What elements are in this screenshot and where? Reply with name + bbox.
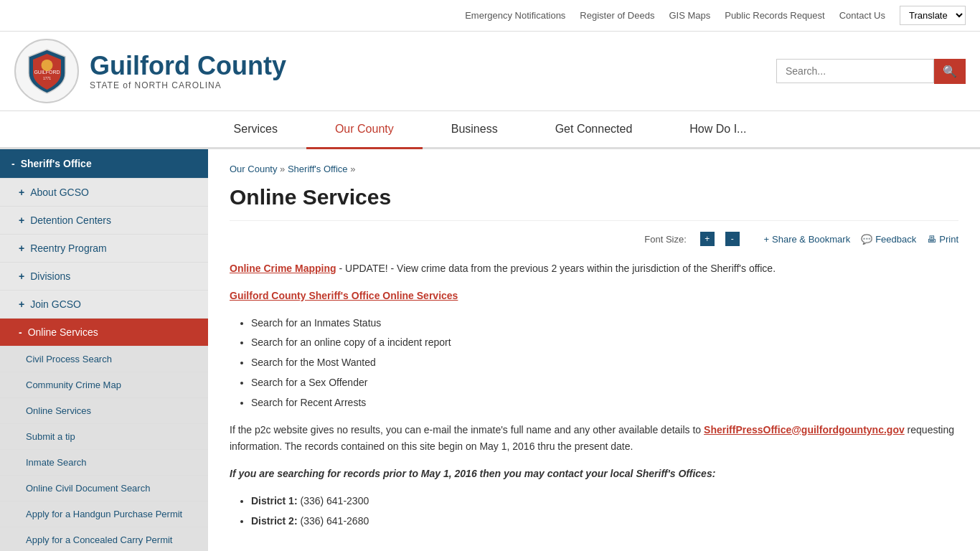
- sidebar-label-submit-tip: Submit a tip: [26, 431, 75, 442]
- utility-link-gis[interactable]: GIS Maps: [669, 10, 710, 21]
- sidebar-label-crime-map: Community Crime Map: [26, 380, 121, 390]
- feedback-link[interactable]: 💬 Feedback: [861, 234, 916, 245]
- breadcrumb: Our County » Sheriff's Office »: [230, 164, 958, 174]
- para2-text: If the p2c website gives no results, you…: [230, 424, 704, 435]
- sidebar-link-crime-map[interactable]: Community Crime Map: [0, 372, 208, 397]
- share-icon: +: [763, 234, 769, 245]
- sidebar-label-sheriffs-office: Sheriff's Office: [21, 158, 92, 169]
- list-item: Search for an online copy of a incident …: [251, 334, 958, 352]
- nav-services[interactable]: Services: [205, 111, 306, 147]
- sidebar-link-civil-doc[interactable]: Online Civil Document Search: [0, 476, 208, 501]
- toolbar: Font Size: + - + Share & Bookmark 💬 Feed…: [230, 232, 958, 246]
- page-layout: - Sheriff's Office + About GCSO + Detent…: [0, 149, 980, 551]
- district-2-label: District 2:: [251, 515, 298, 527]
- sidebar-link-civil-process[interactable]: Civil Process Search: [0, 347, 208, 372]
- list-item: Search for Recent Arrests: [251, 395, 958, 412]
- utility-link-contact[interactable]: Contact Us: [839, 10, 885, 21]
- font-size-label: Font Size:: [644, 234, 687, 245]
- logo-area: GUILFORD 1771 Guilford County STATE of N…: [14, 39, 776, 103]
- sidebar-subsub-civil: Civil Process Search: [0, 347, 208, 372]
- sidebar-link-concealed[interactable]: Apply for a Concealed Carry Permit: [0, 527, 208, 551]
- nav-how-do-i[interactable]: How Do I...: [661, 111, 775, 147]
- feedback-label: Feedback: [875, 234, 916, 245]
- utility-link-deeds[interactable]: Register of Deeds: [580, 10, 654, 21]
- svg-text:1771: 1771: [42, 76, 50, 80]
- sidebar-label-detention: Detention Centers: [30, 215, 111, 226]
- sidebar-subsub-concealed: Apply for a Concealed Carry Permit: [0, 527, 208, 551]
- sidebar-sub-item-about: + About GCSO: [0, 179, 208, 207]
- sidebar-link-reentry[interactable]: + Reentry Program: [0, 235, 208, 262]
- sidebar-label-handgun: Apply for a Handgun Purchase Permit: [26, 509, 182, 519]
- translate-select[interactable]: Translate: [900, 6, 966, 25]
- sidebar-label-divisions: Divisions: [30, 270, 70, 282]
- sidebar-link-handgun[interactable]: Apply for a Handgun Purchase Permit: [0, 501, 208, 527]
- breadcrumb-our-county[interactable]: Our County: [230, 164, 277, 174]
- print-icon: 🖶: [927, 234, 936, 245]
- district-2-value: (336) 641-2680: [300, 515, 369, 527]
- county-seal: GUILFORD 1771: [14, 39, 79, 103]
- sidebar-link-inmate-search[interactable]: Inmate Search: [0, 450, 208, 475]
- district-1-item: District 1: (336) 641-2300: [251, 493, 958, 510]
- nav-our-county[interactable]: Our County: [306, 111, 423, 149]
- district-1-value: (336) 641-2300: [300, 495, 369, 507]
- svg-point-2: [41, 60, 52, 71]
- sidebar-link-about-gcso[interactable]: + About GCSO: [0, 179, 208, 206]
- services-list: Search for an Inmates Status Search for …: [251, 315, 958, 412]
- sidebar-label-inmate-search: Inmate Search: [26, 457, 87, 468]
- county-name: Guilford County: [90, 52, 286, 80]
- sidebar-link-divisions[interactable]: + Divisions: [0, 263, 208, 290]
- sidebar-sub-item-join: + Join GCSO: [0, 291, 208, 319]
- sidebar-subsub-inmate: Inmate Search: [0, 450, 208, 476]
- services-link-paragraph: Guilford County Sheriff's Office Online …: [230, 288, 958, 305]
- font-decrease-button[interactable]: -: [725, 232, 740, 246]
- list-item: Search for the Most Wanted: [251, 354, 958, 372]
- county-sub: STATE of NORTH CAROLINA: [90, 80, 286, 90]
- sidebar-label-reentry: Reentry Program: [30, 242, 107, 254]
- sidebar-subsub-civil-doc: Online Civil Document Search: [0, 476, 208, 501]
- print-label: Print: [939, 234, 958, 245]
- sidebar-prefix-join: +: [19, 298, 24, 310]
- shield-icon: GUILFORD 1771: [27, 48, 67, 95]
- p2c-paragraph: If the p2c website gives no results, you…: [230, 422, 958, 456]
- share-bookmark-link[interactable]: + Share & Bookmark: [763, 234, 850, 245]
- sidebar: - Sheriff's Office + About GCSO + Detent…: [0, 149, 208, 551]
- sidebar-link-online-services[interactable]: - Online Services: [0, 319, 208, 346]
- header: GUILFORD 1771 Guilford County STATE of N…: [0, 32, 980, 111]
- utility-link-records[interactable]: Public Records Request: [725, 10, 824, 21]
- sidebar-link-detention[interactable]: + Detention Centers: [0, 207, 208, 234]
- sidebar-link-sheriffs-office[interactable]: - Sheriff's Office: [0, 149, 208, 178]
- sidebar-link-submit-tip[interactable]: Submit a tip: [0, 424, 208, 449]
- utility-bar: Emergency Notifications Register of Deed…: [0, 0, 980, 32]
- sidebar-sub-item-online-services: - Online Services: [0, 319, 208, 347]
- sidebar-sub-item-detention: + Detention Centers: [0, 207, 208, 235]
- district-list: District 1: (336) 641-2300 District 2: (…: [251, 493, 958, 530]
- intro-text: - UPDATE! - View crime data from the pre…: [336, 263, 776, 274]
- sidebar-label-civil-process: Civil Process Search: [26, 354, 112, 364]
- list-item: Search for an Inmates Status: [251, 315, 958, 332]
- email-link[interactable]: SheriffPressOffice@guilfordgountync.gov: [704, 424, 905, 435]
- sidebar-link-join[interactable]: + Join GCSO: [0, 291, 208, 318]
- sidebar-prefix-online: -: [19, 326, 22, 338]
- sidebar-label-about-gcso: About GCSO: [30, 187, 89, 198]
- nav-get-connected[interactable]: Get Connected: [527, 111, 661, 147]
- gcso-services-link[interactable]: Guilford County Sheriff's Office Online …: [230, 290, 458, 301]
- print-link[interactable]: 🖶 Print: [927, 234, 958, 245]
- sidebar-label-online-services: Online Services: [28, 326, 98, 338]
- sidebar-link-online-svc[interactable]: Online Services: [0, 398, 208, 423]
- breadcrumb-sheriffs-office[interactable]: Sheriff's Office: [288, 164, 348, 174]
- sidebar-subsub-crime-map: Community Crime Map: [0, 372, 208, 398]
- nav-business[interactable]: Business: [423, 111, 527, 147]
- sidebar-label-online-svc: Online Services: [26, 405, 91, 416]
- utility-link-emergency[interactable]: Emergency Notifications: [465, 10, 565, 21]
- search-button[interactable]: 🔍: [934, 59, 966, 84]
- district-2-item: District 2: (336) 641-2680: [251, 513, 958, 530]
- font-increase-button[interactable]: +: [700, 232, 715, 246]
- sidebar-subsub-handgun: Apply for a Handgun Purchase Permit: [0, 501, 208, 527]
- sidebar-label-civil-doc: Online Civil Document Search: [26, 483, 150, 494]
- main-nav: Services Our County Business Get Connect…: [0, 111, 980, 149]
- search-input[interactable]: [776, 59, 934, 83]
- crime-mapping-link[interactable]: Online Crime Mapping: [230, 263, 336, 274]
- search-area: 🔍: [776, 59, 966, 84]
- intro-paragraph: Online Crime Mapping - UPDATE! - View cr…: [230, 260, 958, 278]
- sidebar-sub-item-divisions: + Divisions: [0, 263, 208, 291]
